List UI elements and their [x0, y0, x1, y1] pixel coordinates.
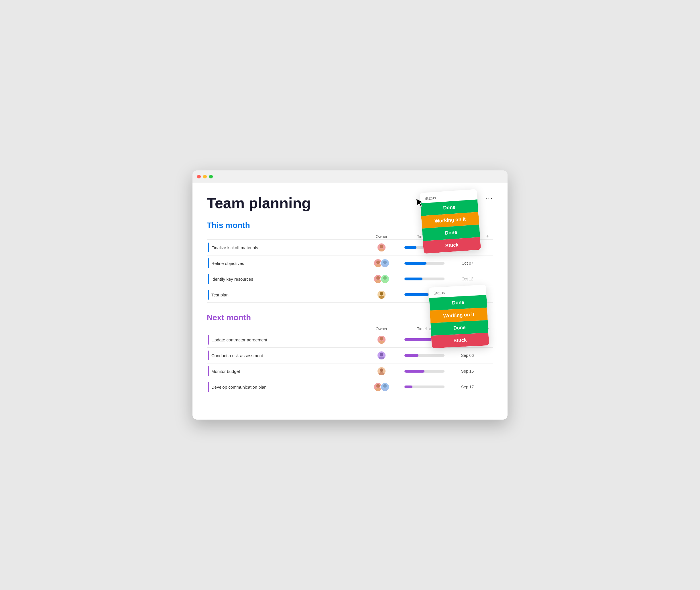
- task-timeline: [396, 386, 453, 388]
- task-date: Sep 15: [453, 369, 482, 374]
- svg-point-21: [382, 388, 388, 391]
- avatar-group: [377, 290, 386, 299]
- svg-point-9: [382, 280, 388, 283]
- section-bar: [208, 290, 209, 300]
- svg-point-12: [380, 337, 383, 340]
- task-date: Sep 17: [453, 385, 482, 389]
- svg-point-7: [375, 280, 381, 283]
- avatar: [380, 274, 390, 284]
- svg-point-14: [380, 353, 383, 356]
- section-bar: [208, 258, 209, 268]
- task-timeline: [396, 354, 453, 357]
- timeline-bar-fill: [404, 354, 418, 357]
- svg-point-4: [383, 260, 387, 264]
- col-header-owner-1: Owner: [367, 234, 396, 239]
- task-timeline: [396, 278, 453, 280]
- task-name: Refine objectives: [211, 261, 244, 266]
- avatar: [380, 259, 390, 268]
- col-header-add-1[interactable]: +: [482, 233, 493, 239]
- status-card-1: Status Done Working on it Done Stuck: [420, 189, 481, 254]
- avatar-group: [374, 259, 390, 268]
- section-title-this-month: This month: [207, 221, 250, 230]
- task-date: Oct 12: [453, 277, 482, 281]
- avatar: [377, 243, 386, 252]
- task-name-cell: Update contractor agreement: [207, 335, 367, 345]
- browser-window: ··· Team planning This month Owner Timel…: [192, 171, 508, 419]
- minimize-button[interactable]: [203, 175, 207, 178]
- section-bar: [208, 351, 209, 360]
- avatar-group: [377, 351, 386, 360]
- section-bar: [208, 242, 209, 252]
- svg-point-17: [379, 372, 385, 376]
- avatar: [380, 382, 390, 392]
- task-owner: [367, 243, 396, 252]
- close-button[interactable]: [197, 175, 201, 178]
- svg-point-0: [380, 244, 383, 248]
- task-owner: [367, 274, 396, 284]
- svg-point-5: [382, 264, 388, 268]
- task-name-cell: Monitor budget: [207, 366, 367, 376]
- avatar: [377, 290, 386, 299]
- task-date: Sep 06: [453, 353, 482, 358]
- task-owner: [367, 259, 396, 268]
- task-name: Identify key resources: [211, 277, 253, 282]
- task-name: Conduct a risk assessment: [211, 353, 263, 358]
- avatar-group: [374, 274, 390, 284]
- table-row: Identify key resources: [207, 271, 493, 287]
- browser-content: ··· Team planning This month Owner Timel…: [192, 183, 508, 419]
- timeline-bar-fill: [404, 246, 416, 249]
- more-menu-button[interactable]: ···: [486, 194, 493, 202]
- status-card-2: Status Done Working on it Done Stuck: [429, 285, 489, 348]
- svg-point-1: [379, 249, 385, 252]
- svg-point-18: [376, 384, 380, 388]
- task-name-cell: Develop communication plan: [207, 382, 367, 392]
- task-date: Oct 07: [453, 261, 482, 266]
- task-owner: [367, 351, 396, 360]
- table-row: Develop communication plan: [207, 379, 493, 395]
- timeline-bar-fill: [404, 278, 422, 280]
- maximize-button[interactable]: [209, 175, 213, 178]
- timeline-bar-fill: [404, 262, 426, 265]
- svg-point-20: [383, 384, 387, 388]
- section-bar: [208, 335, 209, 345]
- svg-point-8: [383, 276, 387, 280]
- timeline-bar-container: [404, 370, 444, 373]
- section-bar: [208, 366, 209, 376]
- table-row: Monitor budget Sep 15: [207, 363, 493, 379]
- svg-point-15: [379, 357, 385, 360]
- table-row: Refine objectives: [207, 255, 493, 271]
- timeline-bar-fill: [404, 386, 412, 388]
- task-name-cell: Identify key resources: [207, 274, 367, 284]
- svg-point-11: [379, 296, 385, 299]
- task-name: Update contractor agreement: [211, 337, 267, 342]
- avatar: [377, 367, 386, 376]
- browser-toolbar: [192, 171, 508, 183]
- col-header-owner-2: Owner: [367, 326, 396, 331]
- task-owner: [367, 290, 396, 299]
- timeline-bar-container: [404, 262, 444, 265]
- task-name-cell: Refine objectives: [207, 258, 367, 268]
- task-owner: [367, 382, 396, 392]
- avatar: [377, 335, 386, 344]
- timeline-bar-fill: [404, 293, 428, 296]
- svg-point-6: [376, 276, 380, 280]
- section-title-next-month: Next month: [207, 313, 251, 322]
- svg-point-10: [380, 292, 383, 295]
- svg-point-13: [379, 341, 385, 344]
- task-owner: [367, 367, 396, 376]
- task-name-cell: Conduct a risk assessment: [207, 351, 367, 360]
- svg-point-3: [375, 264, 381, 268]
- table-row: Conduct a risk assessment Sep 06: [207, 348, 493, 363]
- task-name-cell: Test plan: [207, 290, 367, 300]
- avatar-group: [377, 335, 386, 344]
- task-name: Test plan: [211, 292, 228, 297]
- timeline-bar-fill: [404, 370, 424, 373]
- avatar-group: [374, 382, 390, 392]
- avatar-group: [377, 367, 386, 376]
- task-name: Finalize kickoff materials: [211, 245, 258, 250]
- section-bar: [208, 382, 209, 392]
- timeline-bar-container: [404, 354, 444, 357]
- svg-point-19: [375, 388, 381, 391]
- svg-point-16: [380, 368, 383, 372]
- timeline-bar-container: [404, 386, 444, 388]
